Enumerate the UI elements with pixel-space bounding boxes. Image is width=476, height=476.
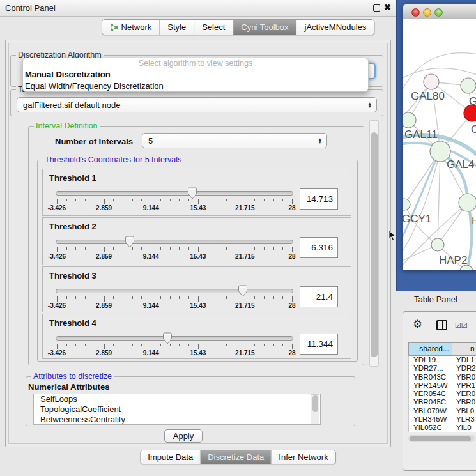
tab-select[interactable]: Select xyxy=(194,20,233,35)
tick-label: 9.144 xyxy=(143,349,159,357)
cell-name: YER0 xyxy=(452,390,476,398)
table-row[interactable]: YBR045CYBR0 xyxy=(409,398,476,406)
threshold-slider-thumb[interactable] xyxy=(162,332,173,344)
tab-jactivemnodules[interactable]: jActiveMNodules xyxy=(296,20,374,35)
number-of-intervals-combobox[interactable]: 5 ▲▼ xyxy=(142,133,327,148)
threshold-slider-thumb[interactable] xyxy=(187,187,197,199)
float-window-icon[interactable] xyxy=(373,4,380,12)
tick-label: 9.144 xyxy=(143,253,159,260)
cell-name: YLR3 xyxy=(452,415,476,424)
apply-button[interactable]: Apply xyxy=(164,429,203,443)
table-row[interactable]: YLR345WYLR3 xyxy=(409,415,476,424)
table-horizontal-scrollbar[interactable] xyxy=(408,435,475,442)
tick-mark xyxy=(66,296,67,299)
tick-label: -3.426 xyxy=(48,253,66,260)
threshold-value-field[interactable]: 21.4 xyxy=(300,286,338,307)
tick-mark xyxy=(292,199,293,204)
network-canvas[interactable]: GAL80GAL11GAL4GCY1HAP2GCH xyxy=(403,19,476,270)
interval-definition-title: Interval Definition xyxy=(34,121,100,130)
threshold-value-field[interactable]: 14.713 xyxy=(300,188,338,210)
popup-item-manual-discretization[interactable]: Manual Discretization xyxy=(23,69,368,81)
close-traffic-light-icon[interactable] xyxy=(411,8,420,17)
tick-mark xyxy=(292,247,293,252)
table-row[interactable]: YDR27...YDR2 xyxy=(409,364,476,372)
node-right-mid[interactable] xyxy=(459,194,476,211)
threshold-slider-track[interactable] xyxy=(56,191,293,196)
tick-mark xyxy=(236,296,236,299)
table-row[interactable]: YPR145WYPR1 xyxy=(409,381,476,390)
table-row[interactable]: YER054CYER0 xyxy=(409,390,476,398)
table-row[interactable]: YIL052CYIL0 xyxy=(409,424,476,432)
close-icon[interactable]: ✖ xyxy=(384,3,391,12)
scrollbar-thumb[interactable] xyxy=(312,395,318,412)
node-gcy1[interactable] xyxy=(403,199,410,210)
column-header-shared-name[interactable]: shared... xyxy=(409,343,452,355)
scrollbar-thumb[interactable] xyxy=(410,436,471,441)
tab-discretize-data[interactable]: Discretize Data xyxy=(200,450,271,464)
threshold-panel-1: Threshold 1-3.4262.8599.14415.4321.71528… xyxy=(42,169,351,216)
threshold-slider-track[interactable] xyxy=(56,240,293,244)
checkbox-filter-icons[interactable]: ☑☑ xyxy=(455,321,468,330)
tick-mark xyxy=(151,344,151,349)
panel-vertical-scrollbar[interactable] xyxy=(369,120,379,367)
table-row[interactable]: YBR043CYBR0 xyxy=(409,373,476,381)
tab-cyni-toolbox[interactable]: Cyni Toolbox xyxy=(233,20,296,35)
table-row[interactable]: YDL19...YDL1 xyxy=(409,356,476,364)
tick-mark xyxy=(292,344,293,349)
gear-icon[interactable]: ⚙ xyxy=(413,318,422,331)
node-gal80[interactable] xyxy=(424,74,439,89)
threshold-value-field[interactable]: 11.344 xyxy=(300,334,338,355)
split-columns-icon[interactable] xyxy=(436,320,447,330)
node-top-right[interactable] xyxy=(461,78,476,93)
tick-mark xyxy=(123,344,123,346)
control-panel-title: Control Panel xyxy=(5,3,56,13)
tick-mark xyxy=(123,247,123,250)
tab-infer-network[interactable]: Infer Network xyxy=(271,450,335,464)
list-vertical-scrollbar[interactable] xyxy=(311,394,319,424)
network-window-titlebar[interactable] xyxy=(403,4,476,19)
tick-mark xyxy=(273,247,274,250)
tab-label: Infer Network xyxy=(279,452,328,462)
tick-mark xyxy=(198,247,199,252)
node-gal11[interactable] xyxy=(403,112,416,128)
tick-label: 21.715 xyxy=(235,302,255,309)
tick-label: 2.859 xyxy=(96,302,112,309)
tick-mark xyxy=(141,344,142,346)
tick-mark xyxy=(179,344,180,346)
threshold-value-field[interactable]: 6.316 xyxy=(300,237,338,258)
tick-label: 2.859 xyxy=(96,204,112,211)
network-view-window: GAL80GAL11GAL4GCY1HAP2GCH xyxy=(403,4,476,270)
node-hap2[interactable] xyxy=(431,238,444,251)
tab-impute-data[interactable]: Impute Data xyxy=(141,450,200,464)
threshold-slider-track[interactable] xyxy=(56,336,293,341)
threshold-slider-thumb[interactable] xyxy=(238,285,248,297)
tick-mark xyxy=(132,296,133,299)
scrollbar-thumb[interactable] xyxy=(371,132,378,357)
cell-shared-name: YBL079W xyxy=(409,407,452,415)
table-row[interactable]: YBL079WYBL0 xyxy=(409,407,476,415)
zoom-traffic-light-icon[interactable] xyxy=(434,8,443,17)
numerical-attributes-list[interactable]: SelfLoopsTopologicalCoefficientBetweenne… xyxy=(33,394,321,425)
column-header-name[interactable]: n xyxy=(452,343,476,355)
minimize-traffic-light-icon[interactable] xyxy=(423,8,431,17)
cell-shared-name: YDL19... xyxy=(409,356,452,364)
tick-mark xyxy=(85,247,86,250)
cell-name: YBL0 xyxy=(452,407,476,415)
node-label-partial: G xyxy=(469,95,476,107)
tab-style[interactable]: Style xyxy=(159,20,194,35)
tab-label: Discretize Data xyxy=(208,452,264,462)
combo-stepper-icon: ▲▼ xyxy=(318,137,322,144)
tick-mark xyxy=(208,199,208,201)
attribute-list-item[interactable]: BetweennessCentrality xyxy=(34,415,320,425)
attribute-list-item[interactable]: SelfLoops xyxy=(34,394,320,404)
threshold-slider-thumb[interactable] xyxy=(125,236,135,248)
tick-mark xyxy=(113,247,114,250)
tick-mark xyxy=(151,296,151,302)
tab-network[interactable]: Network xyxy=(102,20,160,35)
attribute-list-item[interactable]: TopologicalCoefficient xyxy=(34,404,320,415)
popup-item-equal-width-frequency[interactable]: Equal Width/Frequency Discretization xyxy=(23,81,368,92)
threshold-slider-track[interactable] xyxy=(56,289,293,293)
table-body[interactable]: YDL19...YDL1YDR27...YDR2YBR043CYBR0YPR14… xyxy=(408,356,476,432)
network-icon xyxy=(110,23,118,31)
table-data-combobox[interactable]: galFiltered.sif default node ▲▼ xyxy=(17,97,377,112)
